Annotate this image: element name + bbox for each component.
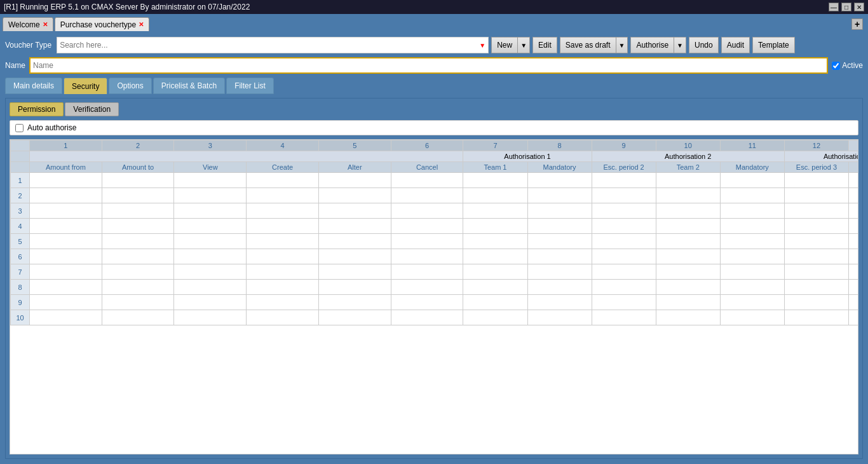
grid-cell[interactable] [174, 249, 247, 264]
grid-cell[interactable] [174, 295, 247, 310]
grid-cell[interactable] [720, 219, 784, 234]
add-tab-button[interactable]: + [851, 18, 863, 30]
save-draft-button[interactable]: Save as draft [560, 37, 616, 53]
grid-cell[interactable] [849, 219, 859, 234]
authorise-dropdown[interactable]: ▼ [674, 37, 686, 53]
undo-button[interactable]: Undo [689, 37, 719, 53]
grid-cell[interactable] [849, 249, 859, 264]
grid-cell[interactable] [30, 264, 102, 280]
grid-cell[interactable] [391, 234, 463, 249]
grid-cell[interactable] [318, 249, 391, 264]
grid-cell[interactable] [592, 188, 656, 203]
grid-cell[interactable] [30, 203, 102, 219]
close-button[interactable]: ✕ [854, 3, 864, 11]
tab-filter-list[interactable]: Filter List [226, 78, 274, 94]
grid-cell[interactable] [784, 203, 848, 219]
grid-cell[interactable] [463, 219, 527, 234]
grid-cell[interactable] [174, 203, 247, 219]
grid-cell[interactable] [174, 173, 247, 188]
grid-cell[interactable] [784, 249, 848, 264]
grid-cell[interactable] [102, 188, 174, 203]
grid-cell[interactable] [463, 295, 527, 310]
grid-cell[interactable] [720, 295, 784, 310]
grid-cell[interactable] [463, 264, 527, 280]
grid-cell[interactable] [391, 295, 463, 310]
grid-cell[interactable] [592, 203, 656, 219]
subtab-verification[interactable]: Verification [65, 102, 119, 116]
grid-cell[interactable] [527, 310, 592, 325]
grid-cell[interactable] [102, 219, 174, 234]
grid-cell[interactable] [849, 188, 859, 203]
grid-cell[interactable] [102, 280, 174, 295]
grid-cell[interactable] [592, 219, 656, 234]
grid-cell[interactable] [247, 280, 319, 295]
grid-cell[interactable] [463, 310, 527, 325]
tab-purchase-vouchertype[interactable]: Purchase vouchertype ✕ [55, 17, 149, 31]
grid-cell[interactable] [592, 310, 656, 325]
grid-cell[interactable] [102, 173, 174, 188]
grid-cell[interactable] [592, 264, 656, 280]
grid-cell[interactable] [247, 188, 319, 203]
subtab-permission[interactable]: Permission [10, 102, 64, 116]
grid-cell[interactable] [720, 264, 784, 280]
grid-cell[interactable] [849, 310, 859, 325]
grid-cell[interactable] [463, 234, 527, 249]
grid-cell[interactable] [720, 234, 784, 249]
grid-cell[interactable] [656, 219, 720, 234]
grid-cell[interactable] [656, 188, 720, 203]
grid-cell[interactable] [849, 295, 859, 310]
grid-cell[interactable] [102, 203, 174, 219]
grid-cell[interactable] [391, 264, 463, 280]
grid-cell[interactable] [102, 295, 174, 310]
grid-cell[interactable] [30, 173, 102, 188]
grid-cell[interactable] [720, 203, 784, 219]
grid-cell[interactable] [527, 188, 592, 203]
tab-pricelist-batch[interactable]: Pricelist & Batch [153, 78, 225, 94]
grid-cell[interactable] [30, 310, 102, 325]
grid-cell[interactable] [463, 188, 527, 203]
grid-cell[interactable] [102, 234, 174, 249]
grid-cell[interactable] [720, 249, 784, 264]
grid-cell[interactable] [784, 219, 848, 234]
grid-cell[interactable] [849, 203, 859, 219]
grid-wrapper[interactable]: 1 2 3 4 5 6 7 8 9 10 11 12 [10, 139, 858, 454]
grid-cell[interactable] [527, 295, 592, 310]
grid-cell[interactable] [656, 203, 720, 219]
grid-cell[interactable] [527, 173, 592, 188]
grid-cell[interactable] [784, 295, 848, 310]
active-checkbox[interactable] [832, 62, 840, 70]
grid-cell[interactable] [30, 234, 102, 249]
new-button[interactable]: New [491, 37, 518, 53]
grid-cell[interactable] [174, 310, 247, 325]
minimize-button[interactable]: — [829, 3, 839, 11]
grid-cell[interactable] [463, 173, 527, 188]
grid-cell[interactable] [247, 249, 319, 264]
grid-cell[interactable] [656, 264, 720, 280]
grid-cell[interactable] [247, 173, 319, 188]
template-button[interactable]: Template [752, 37, 795, 53]
grid-cell[interactable] [30, 280, 102, 295]
grid-cell[interactable] [784, 280, 848, 295]
grid-cell[interactable] [318, 295, 391, 310]
grid-cell[interactable] [656, 249, 720, 264]
edit-button[interactable]: Edit [532, 37, 557, 53]
grid-cell[interactable] [391, 173, 463, 188]
grid-cell[interactable] [849, 264, 859, 280]
grid-cell[interactable] [527, 280, 592, 295]
grid-cell[interactable] [784, 234, 848, 249]
grid-cell[interactable] [102, 264, 174, 280]
grid-cell[interactable] [247, 203, 319, 219]
grid-cell[interactable] [656, 173, 720, 188]
grid-cell[interactable] [463, 280, 527, 295]
grid-cell[interactable] [102, 249, 174, 264]
grid-cell[interactable] [656, 280, 720, 295]
tab-options[interactable]: Options [109, 78, 151, 94]
auto-authorise-checkbox[interactable] [15, 124, 24, 132]
grid-cell[interactable] [30, 295, 102, 310]
grid-cell[interactable] [784, 173, 848, 188]
grid-cell[interactable] [527, 203, 592, 219]
maximize-button[interactable]: □ [841, 3, 851, 11]
grid-cell[interactable] [318, 203, 391, 219]
grid-cell[interactable] [784, 264, 848, 280]
grid-cell[interactable] [656, 295, 720, 310]
